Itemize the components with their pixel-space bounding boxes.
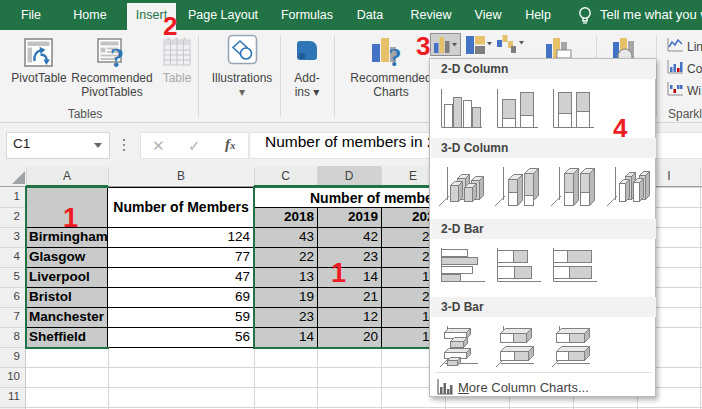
svg-text:?: ? (389, 43, 402, 66)
svg-text:?: ? (110, 42, 124, 68)
